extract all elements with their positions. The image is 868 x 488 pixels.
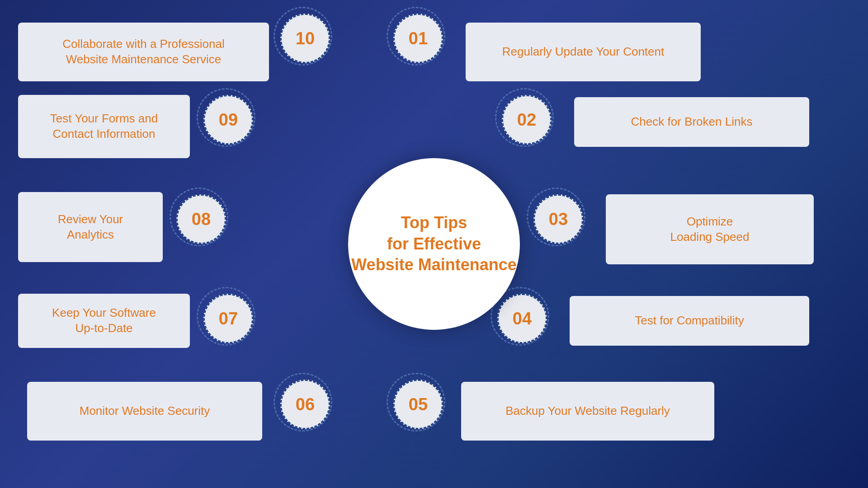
number-02: 02 xyxy=(517,110,536,130)
number-circle-03: 03 xyxy=(533,194,583,244)
number-circle-04: 04 xyxy=(497,294,547,343)
number-circle-09: 09 xyxy=(203,95,253,145)
label-box-08: Review YourAnalytics xyxy=(18,192,163,262)
number-circle-08: 08 xyxy=(176,194,226,244)
label-text-05: Backup Your Website Regularly xyxy=(505,404,670,419)
label-text-07: Keep Your SoftwareUp-to-Date xyxy=(52,305,156,336)
number-circle-10: 10 xyxy=(280,14,330,63)
label-box-03: OptimizeLoading Speed xyxy=(606,194,814,264)
label-box-06: Monitor Website Security xyxy=(27,382,262,441)
number-circle-02: 02 xyxy=(502,95,552,145)
label-text-09: Test Your Forms andContact Information xyxy=(50,111,158,142)
label-text-01: Regularly Update Your Content xyxy=(502,44,664,60)
number-06: 06 xyxy=(296,395,315,414)
number-03: 03 xyxy=(549,210,568,229)
label-text-06: Monitor Website Security xyxy=(80,404,210,419)
label-text-03: OptimizeLoading Speed xyxy=(670,214,750,245)
number-08: 08 xyxy=(192,210,211,229)
number-09: 09 xyxy=(219,110,238,130)
label-box-05: Backup Your Website Regularly xyxy=(461,382,714,441)
number-circle-07: 07 xyxy=(203,294,253,343)
label-text-10: Collaborate with a ProfessionalWebsite M… xyxy=(62,37,224,67)
label-text-04: Test for Compatibility xyxy=(635,313,744,328)
number-10: 10 xyxy=(296,29,315,48)
main-container: Top Tips for Effective Website Maintenan… xyxy=(0,0,868,488)
center-circle: Top Tips for Effective Website Maintenan… xyxy=(348,158,520,330)
number-07: 07 xyxy=(219,309,238,328)
number-05: 05 xyxy=(409,395,428,414)
center-title: Top Tips for Effective Website Maintenan… xyxy=(351,212,516,276)
number-04: 04 xyxy=(513,309,532,328)
number-circle-01: 01 xyxy=(393,14,443,63)
number-circle-06: 06 xyxy=(280,380,330,429)
label-box-09: Test Your Forms andContact Information xyxy=(18,95,190,158)
number-circle-05: 05 xyxy=(393,380,443,429)
number-01: 01 xyxy=(409,29,428,48)
label-box-02: Check for Broken Links xyxy=(574,97,809,147)
label-text-02: Check for Broken Links xyxy=(631,114,753,130)
label-text-08: Review YourAnalytics xyxy=(58,212,123,243)
label-box-01: Regularly Update Your Content xyxy=(466,23,701,81)
label-box-10: Collaborate with a ProfessionalWebsite M… xyxy=(18,23,269,81)
label-box-04: Test for Compatibility xyxy=(570,296,809,346)
label-box-07: Keep Your SoftwareUp-to-Date xyxy=(18,294,190,348)
